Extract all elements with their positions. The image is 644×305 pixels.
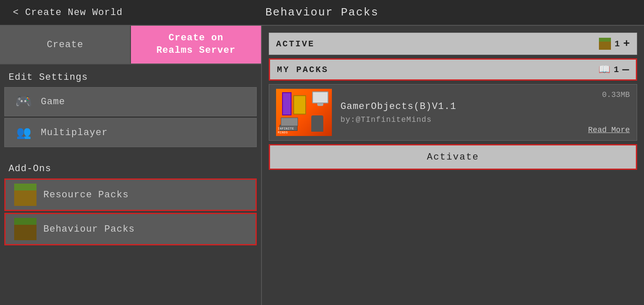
right-panel: ACTIVE 1 + MY PACKS 📖 1 — xyxy=(262,26,644,305)
activate-label: Activate xyxy=(427,152,479,163)
active-section-header: ACTIVE 1 + xyxy=(269,33,637,55)
monitor-shape xyxy=(312,91,328,103)
my-packs-controls: 📖 1 — xyxy=(598,64,629,75)
tab-create[interactable]: Create xyxy=(0,26,131,63)
multiplayer-label: Multiplayer xyxy=(41,127,108,138)
thumb-background: INFINITEMINDS xyxy=(276,89,332,136)
active-label: ACTIVE xyxy=(276,39,599,49)
tab-realms-label: Create on Realms Server xyxy=(156,32,236,57)
chair-shape xyxy=(311,115,323,132)
game-label: Game xyxy=(41,97,65,107)
cabinet-shape xyxy=(282,92,292,115)
my-packs-count: 1 xyxy=(614,65,619,75)
page-title: Behaviour Packs xyxy=(265,6,379,19)
game-icon: 🎮 xyxy=(13,91,34,112)
activate-button[interactable]: Activate xyxy=(269,144,637,170)
addons-section: Add-Ons Resource Packs xyxy=(0,151,261,245)
pack-logo-text: INFINITEMINDS xyxy=(278,127,294,134)
back-button[interactable]: < Create New World xyxy=(13,7,123,18)
resource-packs-label: Resource Packs xyxy=(43,190,129,200)
behaviour-block-icon xyxy=(14,218,36,240)
active-controls: 1 + xyxy=(599,37,630,50)
my-packs-section-header: MY PACKS 📖 1 — xyxy=(269,58,637,81)
settings-item-game[interactable]: 🎮 Game xyxy=(4,87,257,116)
main-layout: Create Create on Realms Server Edit Sett… xyxy=(0,26,644,305)
multiplayer-icon: 👥 xyxy=(13,122,34,143)
addons-heading: Add-Ons xyxy=(0,156,261,178)
addon-item-resource-packs[interactable]: Resource Packs xyxy=(4,178,257,211)
read-more-link[interactable]: Read More xyxy=(588,126,630,134)
pack-author: by:@TInfiniteMinds xyxy=(340,115,630,124)
pack-info: GamerObjects(B)V1.1 by:@TInfiniteMinds xyxy=(340,101,630,124)
settings-item-multiplayer[interactable]: 👥 Multiplayer xyxy=(4,118,257,147)
active-add-button[interactable]: + xyxy=(623,37,630,50)
pack-item[interactable]: INFINITEMINDS GamerObjects(B)V1.1 by:@TI… xyxy=(269,84,637,141)
pack-name: GamerObjects(B)V1.1 xyxy=(340,101,630,112)
tab-row: Create Create on Realms Server xyxy=(0,26,261,64)
top-bar: < Create New World Behaviour Packs xyxy=(0,0,644,26)
edit-settings-heading: Edit Settings xyxy=(0,64,261,87)
pack-size: 0.33MB xyxy=(602,91,630,99)
tab-create-label: Create xyxy=(47,39,83,50)
book-icon: 📖 xyxy=(598,64,610,75)
my-packs-remove-button[interactable]: — xyxy=(622,64,629,75)
settings-list: 🎮 Game 👥 Multiplayer xyxy=(4,87,257,147)
active-dirt-icon xyxy=(599,38,611,50)
my-packs-label: MY PACKS xyxy=(277,65,598,75)
pack-thumbnail: INFINITEMINDS xyxy=(276,89,332,136)
behaviour-packs-label: Behaviour Packs xyxy=(43,224,135,235)
addon-item-behaviour-packs[interactable]: Behaviour Packs xyxy=(4,213,257,245)
tab-realms[interactable]: Create on Realms Server xyxy=(131,26,261,63)
left-panel: Create Create on Realms Server Edit Sett… xyxy=(0,26,262,305)
active-count: 1 xyxy=(614,39,620,49)
yellow-shape xyxy=(293,95,306,115)
resource-block-icon xyxy=(14,184,36,206)
